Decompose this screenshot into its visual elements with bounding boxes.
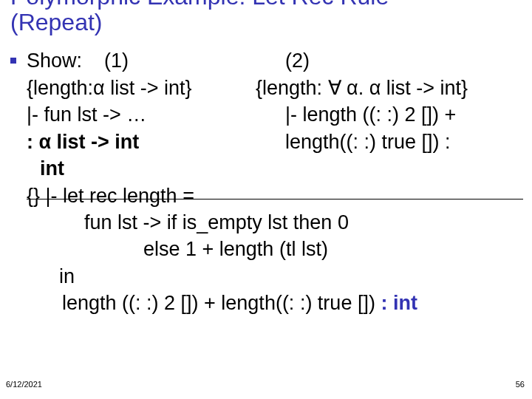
- number-1: (1): [104, 50, 129, 72]
- footer-date: 6/12/2021: [6, 380, 42, 389]
- slide-title: Polymorphic Example: Let Rec Rule (Repea…: [0, 0, 532, 41]
- title-line-1: Polymorphic Example: Let Rec Rule: [10, 0, 389, 10]
- left-turnstile: |- fun lst -> …: [10, 101, 256, 128]
- last-type: : int: [381, 292, 417, 314]
- right-call2: length((: :) true []) :: [256, 129, 522, 155]
- int-line: int: [10, 155, 522, 182]
- bullet-icon: [10, 58, 16, 64]
- right-env: {length: ∀ α. α list -> int}: [256, 75, 522, 101]
- right-turn-text: |- length ((: :) 2 []) +: [285, 103, 456, 126]
- show-row: Show: (1) (2): [10, 47, 522, 74]
- show-right: (2): [256, 47, 522, 74]
- show-label: Show:: [27, 50, 82, 72]
- last-expr: length ((: :) 2 []) + length((: :) true …: [62, 292, 381, 314]
- horizontal-rule: [27, 199, 523, 200]
- left-env: {length:α list -> int}: [10, 75, 256, 101]
- title-line-2: (Repeat): [10, 9, 103, 35]
- env-row: {length:α list -> int} {length: ∀ α. α l…: [10, 75, 522, 101]
- letrec-line-1: {} |- let rec length =: [10, 183, 522, 209]
- footer-page-number: 56: [516, 380, 525, 389]
- right-turnstile: |- length ((: :) 2 []) +: [256, 101, 522, 128]
- turn-row: |- fun lst -> … |- length ((: :) 2 []) +: [10, 101, 522, 128]
- slide-body: Show: (1) (2) {length:α list -> int} {le…: [0, 41, 532, 316]
- left-type: : α list -> int: [10, 129, 256, 155]
- last-line: length ((: :) 2 []) + length((: :) true …: [10, 290, 522, 316]
- show-left: Show: (1): [27, 47, 256, 74]
- letrec-line-2: fun lst -> if is_empty lst then 0: [10, 209, 522, 236]
- right-call2-text: length((: :) true []) :: [285, 131, 451, 153]
- type-row: : α list -> int length((: :) true []) :: [10, 129, 522, 155]
- number-2: (2): [285, 50, 310, 72]
- letrec-line-4: in: [10, 263, 522, 290]
- letrec-line-3: else 1 + length (tl lst): [10, 236, 522, 262]
